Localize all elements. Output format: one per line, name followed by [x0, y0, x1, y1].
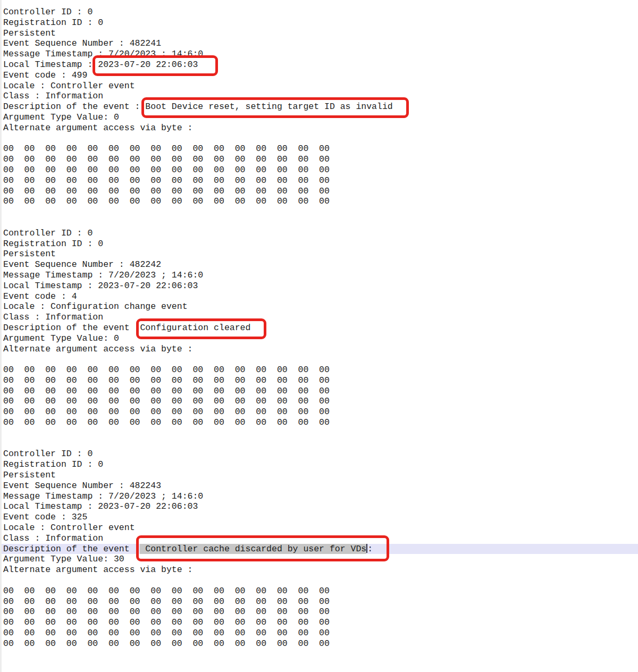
log-line: Event Sequence Number : 482242 [0, 259, 638, 270]
log-line: Class : Information [0, 533, 638, 544]
log-text: Persistent [3, 470, 56, 480]
log-text: Controller ID : 0 [3, 7, 93, 17]
log-text: Locale : Controller event [3, 523, 135, 533]
log-line: Local Timestamp : 2023-07-20 22:06:03 [0, 281, 638, 291]
log-line: Persistent [0, 28, 638, 39]
log-text: Event code : 499 [3, 70, 87, 80]
log-line: Message Timestamp : 7/20/2023 ; 14:6:0 [0, 491, 638, 502]
log-line [0, 217, 638, 228]
log-line: Registration ID : 0 [0, 18, 638, 28]
log-text: Event Sequence Number : 482242 [3, 259, 161, 270]
log-text: Registration ID : 0 [3, 239, 103, 249]
log-line: Argument Type Value: 30 [0, 554, 638, 565]
hex-dump-row: 00 00 00 00 00 00 00 00 00 00 00 00 00 0… [0, 175, 638, 186]
log-text: Message Timestamp : 7/20/2023 ; 14:6:0 [3, 491, 203, 501]
hex-dump-row: 00 00 00 00 00 00 00 00 00 00 00 00 00 0… [0, 386, 638, 397]
log-line: Event code : 499 [0, 70, 638, 81]
annotation-box: Boot Device reset, setting target ID as … [145, 102, 392, 112]
hex-dump-row: 00 00 00 00 00 00 00 00 00 00 00 00 00 0… [0, 375, 638, 386]
log-line: Class : Information [0, 312, 638, 323]
hex-dump-row: 00 00 00 00 00 00 00 00 00 00 00 00 00 0… [0, 365, 638, 375]
log-line: Persistent [0, 470, 638, 481]
log-text: Persistent [3, 28, 56, 38]
log-text: Controller ID : 0 [3, 449, 93, 459]
hex-dump-row: 00 00 00 00 00 00 00 00 00 00 00 00 00 0… [0, 407, 638, 417]
log-line: Event code : 325 [0, 512, 638, 523]
hex-dump-row: 00 00 00 00 00 00 00 00 00 00 00 00 00 0… [0, 165, 638, 175]
log-line: Persistent [0, 249, 638, 259]
log-text: Description of the event [3, 544, 140, 554]
log-text: Registration ID : 0 [3, 18, 103, 28]
log-text: Class : Information [3, 91, 103, 101]
log-line: Message Timestamp : 7/20/2023 ; 14:6:0 [0, 49, 638, 60]
log-line [0, 649, 638, 660]
log-text: Class : Information [3, 533, 103, 543]
log-line: Event code : 4 [0, 291, 638, 302]
log-line: Class : Information [0, 91, 638, 102]
log-line: Argument Type Value: 0 [0, 333, 638, 344]
log-text: Message Timestamp : 7/20/2023 ; 14:6:0 [3, 270, 203, 280]
log-line: Locale : Controller event [0, 81, 638, 91]
log-text: Local Timestamp : [3, 60, 98, 70]
log-line: Controller ID : 0 [0, 7, 638, 18]
hex-dump-row: 00 00 00 00 00 00 00 00 00 00 00 00 00 0… [0, 617, 638, 628]
hex-dump-row: 00 00 00 00 00 00 00 00 00 00 00 00 00 0… [0, 186, 638, 197]
log-text: Alternate argument access via byte : [3, 123, 192, 133]
hex-dump-row: 00 00 00 00 00 00 00 00 00 00 00 00 00 0… [0, 417, 638, 428]
log-text: Persistent [3, 249, 56, 259]
log-line: Locale : Controller event [0, 523, 638, 533]
log-line: Description of the event : Boot Device r… [0, 102, 638, 112]
hex-dump-row: 00 00 00 00 00 00 00 00 00 00 00 00 00 0… [0, 639, 638, 649]
log-line [0, 428, 638, 439]
log-text: Alternate argument access via byte : [3, 344, 192, 354]
log-line [0, 575, 638, 586]
annotation-box: Configuration cleared [140, 323, 250, 333]
log-text: Local Timestamp : 2023-07-20 22:06:03 [3, 281, 198, 291]
log-text: Event code : 325 [3, 512, 87, 522]
log-line: Alternate argument access via byte : [0, 565, 638, 575]
log-text: Class : Information [3, 312, 103, 322]
log-text: Controller ID : 0 [3, 228, 93, 238]
log-line: Registration ID : 0 [0, 459, 638, 470]
hex-dump-row: 00 00 00 00 00 00 00 00 00 00 00 00 00 0… [0, 607, 638, 617]
log-line: Local Timestamp : 2023-07-20 22:06:03 [0, 501, 638, 512]
log-text: Description of the event [3, 323, 140, 333]
text-editor-viewport: { "colors": { "annotation_red": "#e8231d… [0, 0, 638, 672]
log-line [0, 659, 638, 670]
selected-text: Controller cache discarded by user for V… [140, 544, 366, 555]
log-text: Local Timestamp : 2023-07-20 22:06:03 [3, 501, 198, 511]
log-line: Controller ID : 0 [0, 228, 638, 239]
log-text: Event Sequence Number : 482241 [3, 38, 161, 48]
log-text: Argument Type Value: 0 [3, 333, 119, 343]
log-text: : [367, 544, 373, 554]
log-line: Argument Type Value: 0 [0, 112, 638, 123]
event-log-text-area[interactable]: Controller ID : 0Registration ID : 0Pers… [0, 0, 638, 670]
log-text: Event code : 4 [3, 291, 77, 301]
log-line: Alternate argument access via byte : [0, 123, 638, 133]
log-line: Controller ID : 0 [0, 449, 638, 459]
log-line: Registration ID : 0 [0, 239, 638, 249]
log-line: Alternate argument access via byte : [0, 344, 638, 355]
log-line [0, 133, 638, 144]
log-text: Message Timestamp : 7/20/2023 ; 14:6:0 [3, 49, 203, 59]
hex-dump-row: 00 00 00 00 00 00 00 00 00 00 00 00 00 0… [0, 154, 638, 165]
window-left-edge [0, 0, 2, 672]
log-line: Local Timestamp : 2023-07-20 22:06:03 [0, 60, 638, 70]
hex-dump-row: 00 00 00 00 00 00 00 00 00 00 00 00 00 0… [0, 396, 638, 407]
hex-dump-row: 00 00 00 00 00 00 00 00 00 00 00 00 00 0… [0, 586, 638, 597]
hex-dump-row: 00 00 00 00 00 00 00 00 00 00 00 00 00 0… [0, 597, 638, 607]
log-line [0, 354, 638, 365]
annotation-box: 2023-07-20 22:06:03 [98, 60, 198, 70]
log-text: Alternate argument access via byte : [3, 565, 192, 575]
log-line: Message Timestamp : 7/20/2023 ; 14:6:0 [0, 270, 638, 281]
log-text: Registration ID : 0 [3, 459, 103, 469]
log-line: Locale : Configuration change event [0, 301, 638, 312]
log-text: Argument Type Value: 0 [3, 112, 119, 122]
log-text: Locale : Controller event [3, 81, 135, 91]
log-text: Locale : Configuration change event [3, 301, 188, 312]
log-text: Argument Type Value: 30 [3, 554, 124, 564]
log-line: Description of the event Configuration c… [0, 323, 638, 333]
log-text: Event Sequence Number : 482243 [3, 481, 161, 491]
highlighted-log-line: Description of the event Controller cach… [0, 544, 638, 555]
log-line [0, 207, 638, 217]
